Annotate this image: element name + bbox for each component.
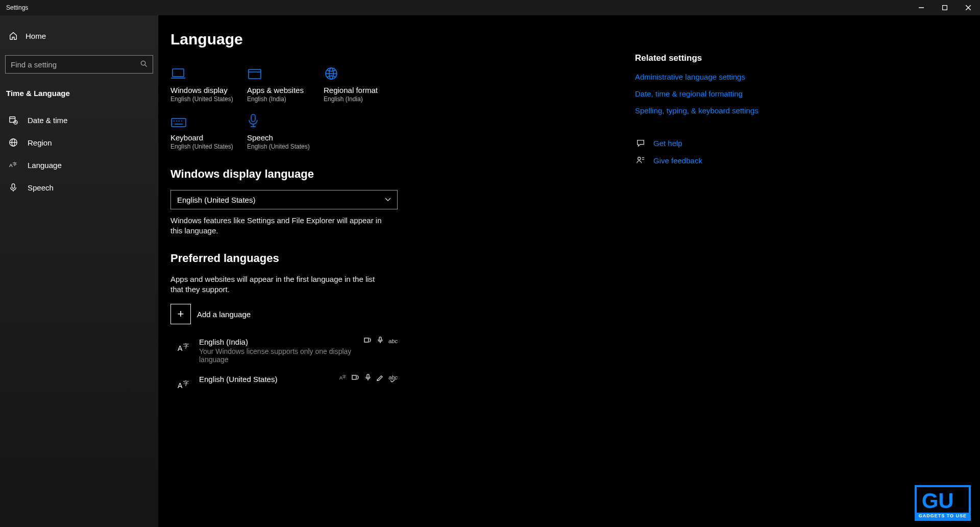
tile-windows-display[interactable]: Windows display English (United States): [170, 62, 247, 103]
handwriting-icon: [376, 374, 383, 382]
chat-icon: [635, 137, 646, 149]
language-sub: Your Windows license supports only one d…: [199, 347, 364, 364]
get-help-button[interactable]: Get help: [635, 137, 773, 149]
tile-title: Keyboard: [170, 133, 247, 142]
svg-rect-31: [251, 114, 255, 122]
svg-text:字: 字: [13, 162, 17, 166]
svg-line-10: [16, 123, 17, 123]
tile-speech[interactable]: Speech English (United States): [247, 110, 324, 150]
tile-sub: English (United States): [247, 143, 324, 150]
window-controls: [910, 0, 980, 15]
language-badges: abc: [364, 337, 398, 345]
language-item-english-india[interactable]: A字 English (India) Your Windows license …: [170, 333, 398, 371]
sidebar-item-language[interactable]: A字 Language: [0, 154, 158, 176]
maximize-button[interactable]: [933, 0, 957, 15]
sidebar-item-speech[interactable]: Speech: [0, 176, 158, 199]
microphone-icon: [8, 182, 18, 193]
page-title: Language: [170, 31, 620, 48]
sidebar-item-label: Speech: [28, 183, 54, 192]
text-to-speech-icon: [364, 337, 372, 345]
tile-sub: English (United States): [170, 95, 247, 103]
add-language-label: Add a language: [197, 310, 251, 319]
home-icon: [8, 31, 18, 41]
tile-sub: English (India): [247, 95, 324, 103]
svg-text:A: A: [9, 162, 13, 168]
svg-point-4: [141, 61, 145, 65]
handwriting-icon: abc: [388, 338, 398, 344]
get-help-label: Get help: [653, 139, 682, 148]
svg-rect-20: [249, 69, 261, 79]
dropdown-value: English (United States): [177, 196, 255, 204]
link-spelling-typing-keyboard[interactable]: Spelling, typing, & keyboard settings: [635, 106, 773, 115]
plus-icon: +: [170, 304, 191, 324]
tile-sub: English (India): [324, 95, 400, 103]
tile-apps-websites[interactable]: Apps & websites English (India): [247, 62, 324, 103]
spellcheck-icon: abc: [388, 374, 398, 382]
home-button[interactable]: Home: [0, 26, 158, 46]
close-button[interactable]: [957, 0, 980, 15]
home-label: Home: [26, 32, 46, 40]
tile-sub: English (United States): [170, 143, 247, 150]
category-header: Time & Language: [0, 85, 158, 102]
add-language-button[interactable]: + Add a language: [170, 304, 620, 324]
language-name: English (United States): [199, 375, 339, 384]
display-language-desc: Windows features like Settings and File …: [170, 215, 385, 236]
display-language-icon: A字: [339, 374, 347, 382]
search-box[interactable]: [5, 55, 153, 74]
give-feedback-button[interactable]: Give feedback: [635, 155, 773, 166]
section-display-language-heading: Windows display language: [170, 167, 620, 181]
overview-tiles: Windows display English (United States) …: [170, 62, 620, 157]
speech-recognition-icon: [365, 374, 371, 382]
feedback-icon: [635, 155, 646, 166]
speech-recognition-icon: [377, 337, 383, 345]
laptop-icon: [170, 67, 186, 83]
tile-title: Apps & websites: [247, 86, 324, 94]
svg-rect-37: [379, 337, 381, 341]
link-admin-language-settings[interactable]: Administrative language settings: [635, 73, 773, 81]
svg-text:字: 字: [183, 380, 189, 386]
svg-rect-43: [352, 375, 356, 379]
svg-text:A: A: [178, 344, 183, 352]
svg-rect-25: [172, 118, 186, 127]
sidebar-item-region[interactable]: Region: [0, 131, 158, 154]
tile-title: Speech: [247, 133, 324, 142]
svg-rect-44: [367, 374, 369, 378]
give-feedback-label: Give feedback: [653, 156, 702, 165]
window-icon: [247, 67, 262, 83]
globe-icon: [8, 137, 18, 148]
chevron-down-icon: [385, 196, 391, 203]
sidebar-item-label: Language: [28, 161, 62, 170]
language-glyph-icon: A字: [177, 341, 192, 354]
svg-rect-16: [12, 184, 14, 188]
watermark-main: GU: [922, 489, 954, 513]
globe-region-icon: [324, 66, 339, 83]
section-preferred-heading: Preferred languages: [170, 252, 620, 265]
watermark-logo: GU GADGETS TO USE: [915, 485, 971, 521]
svg-rect-1: [943, 6, 947, 10]
window-title: Settings: [6, 4, 28, 11]
svg-point-47: [638, 157, 641, 160]
svg-line-5: [145, 65, 147, 67]
sidebar-item-label: Region: [28, 138, 52, 147]
svg-text:字: 字: [342, 375, 346, 378]
tile-title: Windows display: [170, 86, 247, 94]
tile-title: Regional format: [324, 86, 400, 94]
sidebar-item-date-time[interactable]: Date & time: [0, 109, 158, 131]
preferred-desc: Apps and websites will appear in the fir…: [170, 274, 385, 295]
calendar-clock-icon: [8, 115, 18, 125]
tile-regional-format[interactable]: Regional format English (India): [324, 62, 400, 103]
tile-keyboard[interactable]: Keyboard English (United States): [170, 110, 247, 150]
related-settings-heading: Related settings: [635, 53, 773, 63]
sidebar: Home Time & Language Date & time Region: [0, 15, 158, 527]
search-input[interactable]: [11, 60, 140, 69]
keyboard-icon: [170, 117, 187, 130]
minimize-button[interactable]: [910, 0, 933, 15]
svg-text:字: 字: [183, 343, 189, 349]
link-date-time-regional[interactable]: Date, time & regional formatting: [635, 89, 773, 98]
microphone-icon: [247, 113, 259, 130]
svg-text:A: A: [178, 381, 183, 390]
watermark-sub: GADGETS TO USE: [917, 513, 969, 519]
language-name: English (India): [199, 338, 364, 346]
display-language-dropdown[interactable]: English (United States): [170, 190, 398, 209]
language-item-english-us[interactable]: A字 English (United States) A字 abc: [170, 371, 398, 398]
